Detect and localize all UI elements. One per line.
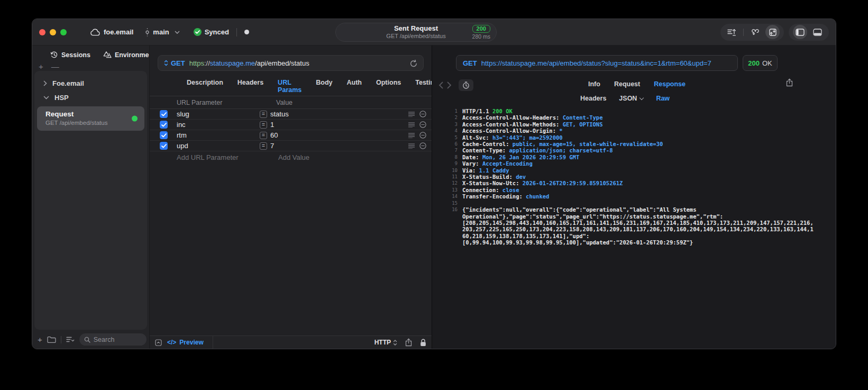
sent-request-url[interactable]: GET https://statuspage.me/api/embed/stat… [456,55,738,71]
close-button[interactable] [39,29,45,35]
tab-options[interactable]: Options [376,79,401,94]
editor-footer: </> Preview HTTP [150,335,432,349]
add-value-field[interactable]: Add Value [278,153,309,161]
tab-headers[interactable]: Headers [237,79,263,94]
add-item-button[interactable]: + [38,335,42,344]
tree-group-foe-email[interactable]: Foe.email [34,76,147,90]
line-text: [0,99.94,100,99.93,99.98,99.95,100],"upd… [462,239,693,246]
preview-button[interactable]: </> Preview [167,339,204,346]
remove-param-icon[interactable] [419,111,426,117]
request-method[interactable]: GET [171,59,185,67]
bottom-panel-toggle-icon[interactable] [810,25,825,39]
new-folder-icon[interactable] [47,336,56,343]
url-bar[interactable]: GET https://statuspage.me/api/embed/stat… [158,55,424,71]
tab-raw[interactable]: Raw [656,95,670,102]
method-stepper-icon[interactable] [164,60,168,66]
sidebar-request-item[interactable]: Request GET /api/embed/status [37,106,144,131]
param-checkbox[interactable] [160,131,168,139]
line-number: 11 [432,174,462,180]
param-checkbox[interactable] [160,142,168,150]
line-text: Vary: Accept-Encoding [462,160,533,167]
url-path: /api/embed/status [255,59,309,67]
response-line: 1HTTP/1.1 200 OK [432,108,836,114]
multiline-icon[interactable] [408,112,415,117]
sidebar-toggle-icon[interactable] [793,25,807,39]
param-checkbox[interactable] [160,110,168,118]
line-number: 6 [432,141,462,147]
remove-param-icon[interactable] [419,132,426,139]
multiline-icon[interactable] [408,122,415,128]
send-queue-icon[interactable] [725,25,739,39]
back-arrow-icon[interactable] [438,81,443,89]
tab-description[interactable]: Description [187,79,223,94]
remove-param-icon[interactable] [419,121,426,128]
request-editor: GET https://statuspage.me/api/embed/stat… [149,46,432,349]
import-export-icon[interactable] [765,25,780,39]
minimize-button[interactable] [50,29,56,35]
resend-icon[interactable] [410,59,417,67]
sent-request-summary[interactable]: Sent Request GET /api/embed/status 200 2… [335,23,497,42]
divider [743,29,744,36]
remove-param-icon[interactable] [419,142,426,149]
remove-session-button[interactable]: — [51,62,59,71]
add-session-button[interactable]: + [39,62,43,71]
tab-sessions[interactable]: Sessions [50,51,90,59]
line-number: 7 [432,147,462,153]
updown-chevrons-icon [393,339,397,346]
history-timer-button[interactable] [459,79,473,91]
tab-auth[interactable]: Auth [347,79,362,94]
url-separator: :// [204,59,210,67]
lock-icon[interactable] [420,339,426,347]
param-value[interactable]: 1 [270,121,274,129]
param-value[interactable]: 7 [270,142,274,150]
response-body[interactable]: 1HTTP/1.1 200 OK2Access-Control-Allow-He… [432,108,836,349]
line-text: HTTP/1.1 200 OK [462,108,513,114]
param-name[interactable]: rtm [177,131,260,139]
tree-group-label: HSP [54,94,69,102]
tab-response[interactable]: Response [654,80,686,88]
line-text: X-Status-Now-Utc: 2026-01-26T20:29:59.85… [462,180,623,186]
tab-json[interactable]: JSON [619,95,643,102]
tab-body[interactable]: Body [316,79,332,94]
protocol-selector[interactable]: HTTP [374,339,397,346]
param-row: rtm = 60 [150,130,432,141]
param-value[interactable]: 60 [270,131,278,139]
tab-headers[interactable]: Headers [580,95,606,102]
collapse-editor-icon[interactable] [155,339,162,346]
response-line: 5Alt-Svc: h3=":443"; ma=2592000 [432,134,836,141]
sync-status[interactable]: Synced [194,28,229,36]
line-text: Alt-Svc: h3=":443"; ma=2592000 [462,134,563,141]
zoom-button[interactable] [60,29,67,35]
param-checkbox[interactable] [160,121,168,129]
multiline-icon[interactable] [408,143,415,149]
line-text: Access-Control-Allow-Headers: Content-Ty… [462,114,603,121]
tab-request[interactable]: Request [614,80,640,88]
forward-arrow-icon[interactable] [447,81,452,89]
line-number: 9 [432,160,462,167]
export-response-icon[interactable] [786,78,793,87]
share-icon[interactable] [405,338,412,347]
response-line: 15 [432,200,836,206]
line-text: Via: 1.1 Caddy [462,167,509,174]
param-name[interactable]: slug [177,110,260,118]
line-text: {"incidents":null,"overall":{"code":"ope… [462,206,697,213]
param-value[interactable]: status [270,110,289,118]
request-title: Request [45,110,138,118]
search-input[interactable]: Search [79,333,147,346]
tab-label: Sessions [61,51,90,59]
branch-selector[interactable]: main [145,28,179,37]
project-menu[interactable]: foe.email [90,28,133,36]
response-line: 16{"incidents":null,"overall":{"code":"o… [432,206,836,213]
multiline-icon[interactable] [408,133,415,138]
search-placeholder: Search [94,336,115,343]
param-name[interactable]: upd [177,142,260,150]
response-line: 8Date: Mon, 26 Jan 2026 20:29:59 GMT [432,154,836,160]
line-text: 203,257,225,165,250,173,204,223,158,208,… [462,226,814,232]
tab-info[interactable]: Info [588,80,600,88]
param-name[interactable]: inc [177,121,260,129]
tree-group-hsp[interactable]: HSP [34,90,147,105]
sync-loops-icon[interactable] [748,25,762,39]
sort-options-icon[interactable] [66,337,75,343]
add-url-parameter-field[interactable]: Add URL Parameter [177,153,239,161]
tab-url-params[interactable]: URL Params [278,79,301,94]
